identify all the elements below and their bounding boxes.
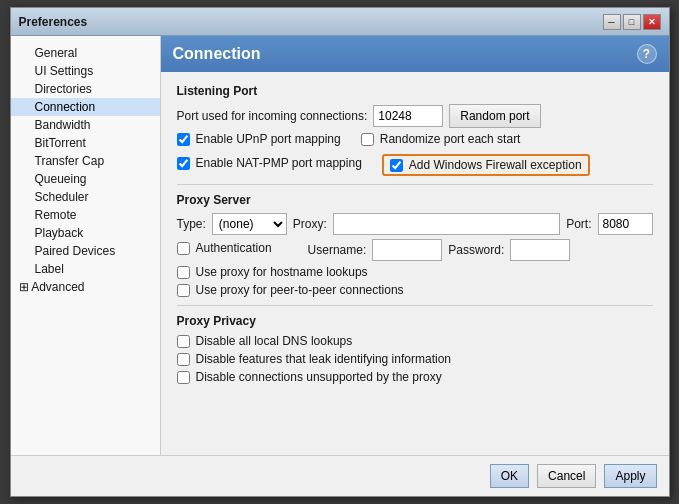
upnp-checkbox[interactable]	[177, 133, 190, 146]
proxy-label: Proxy:	[293, 217, 327, 231]
apply-button[interactable]: Apply	[604, 464, 656, 488]
firewall-highlighted-row: Add Windows Firewall exception	[382, 154, 590, 176]
leak-row: Disable features that leak identifying i…	[177, 352, 653, 366]
sidebar-item-bittorrent[interactable]: BitTorrent	[11, 134, 160, 152]
randomize-port-checkbox[interactable]	[361, 133, 374, 146]
auth-label: Authentication	[196, 241, 272, 255]
unsupported-label: Disable connections unsupported by the p…	[196, 370, 442, 384]
sidebar-item-ui-settings[interactable]: UI Settings	[11, 62, 160, 80]
sidebar-item-remote[interactable]: Remote	[11, 206, 160, 224]
sidebar: General UI Settings Directories Connecti…	[11, 36, 161, 455]
content-area: General UI Settings Directories Connecti…	[11, 36, 669, 455]
sidebar-item-scheduler[interactable]: Scheduler	[11, 188, 160, 206]
unsupported-checkbox[interactable]	[177, 371, 190, 384]
window-title: Preferences	[19, 15, 88, 29]
port-label: Port used for incoming connections:	[177, 109, 368, 123]
unsupported-row: Disable connections unsupported by the p…	[177, 370, 653, 384]
peer-checkbox[interactable]	[177, 284, 190, 297]
randomize-port-label: Randomize port each start	[380, 132, 521, 146]
sidebar-item-general[interactable]: General	[11, 44, 160, 62]
dns-row: Disable all local DNS lookups	[177, 334, 653, 348]
sidebar-item-advanced[interactable]: ⊞ Advanced	[11, 278, 160, 296]
bottom-bar: OK Cancel Apply	[11, 455, 669, 496]
auth-checkbox[interactable]	[177, 242, 190, 255]
proxy-type-row: Type: (none) HTTP HTTPS SOCKS4 SOCKS5 Pr…	[177, 213, 653, 235]
upnp-row: Enable UPnP port mapping	[177, 132, 341, 146]
password-input[interactable]	[510, 239, 570, 261]
sidebar-item-transfer-cap[interactable]: Transfer Cap	[11, 152, 160, 170]
randomize-port-row: Randomize port each start	[361, 132, 521, 146]
preferences-window: Preferences ─ □ ✕ General UI Settings Di…	[10, 7, 670, 497]
ok-button[interactable]: OK	[490, 464, 529, 488]
proxy-privacy-section-label: Proxy Privacy	[177, 314, 653, 328]
proxy-port-label: Port:	[566, 217, 591, 231]
panel-title: Connection	[173, 45, 261, 63]
leak-checkbox[interactable]	[177, 353, 190, 366]
title-bar-buttons: ─ □ ✕	[603, 14, 661, 30]
proxy-type-select[interactable]: (none) HTTP HTTPS SOCKS4 SOCKS5	[212, 213, 287, 235]
nat-row: Enable NAT-PMP port mapping	[177, 156, 362, 170]
proxy-host-input[interactable]	[333, 213, 560, 235]
panel-header: Connection ?	[161, 36, 669, 72]
proxy-server-section: Proxy Server Type: (none) HTTP HTTPS SOC…	[177, 184, 653, 297]
cancel-button[interactable]: Cancel	[537, 464, 596, 488]
nat-label: Enable NAT-PMP port mapping	[196, 156, 362, 170]
random-port-button[interactable]: Random port	[449, 104, 540, 128]
password-label: Password:	[448, 243, 504, 257]
hostname-label: Use proxy for hostname lookups	[196, 265, 368, 279]
sidebar-item-bandwidth[interactable]: Bandwidth	[11, 116, 160, 134]
proxy-type-label: Type:	[177, 217, 206, 231]
firewall-checkbox[interactable]	[390, 159, 403, 172]
username-input[interactable]	[372, 239, 442, 261]
close-button[interactable]: ✕	[643, 14, 661, 30]
proxy-port-input[interactable]	[598, 213, 653, 235]
dns-checkbox[interactable]	[177, 335, 190, 348]
main-panel: Connection ? Listening Port Port used fo…	[161, 36, 669, 455]
peer-row: Use proxy for peer-to-peer connections	[177, 283, 653, 297]
sidebar-item-queueing[interactable]: Queueing	[11, 170, 160, 188]
expand-icon: ⊞	[19, 280, 29, 294]
firewall-label: Add Windows Firewall exception	[409, 158, 582, 172]
sidebar-item-directories[interactable]: Directories	[11, 80, 160, 98]
listening-port-section-label: Listening Port	[177, 84, 653, 98]
help-button[interactable]: ?	[637, 44, 657, 64]
maximize-button[interactable]: □	[623, 14, 641, 30]
username-label: Username:	[308, 243, 367, 257]
sidebar-item-label[interactable]: Label	[11, 260, 160, 278]
proxy-privacy-section: Proxy Privacy Disable all local DNS look…	[177, 305, 653, 384]
sidebar-item-paired-devices[interactable]: Paired Devices	[11, 242, 160, 260]
nat-checkbox[interactable]	[177, 157, 190, 170]
hostname-checkbox[interactable]	[177, 266, 190, 279]
sidebar-item-connection[interactable]: Connection	[11, 98, 160, 116]
dns-label: Disable all local DNS lookups	[196, 334, 353, 348]
title-bar: Preferences ─ □ ✕	[11, 8, 669, 36]
port-input[interactable]	[373, 105, 443, 127]
minimize-button[interactable]: ─	[603, 14, 621, 30]
hostname-row: Use proxy for hostname lookups	[177, 265, 653, 279]
sidebar-item-playback[interactable]: Playback	[11, 224, 160, 242]
proxy-server-section-label: Proxy Server	[177, 193, 653, 207]
peer-label: Use proxy for peer-to-peer connections	[196, 283, 404, 297]
leak-label: Disable features that leak identifying i…	[196, 352, 451, 366]
auth-row: Authentication	[177, 241, 272, 255]
port-row: Port used for incoming connections: Rand…	[177, 104, 653, 128]
upnp-label: Enable UPnP port mapping	[196, 132, 341, 146]
